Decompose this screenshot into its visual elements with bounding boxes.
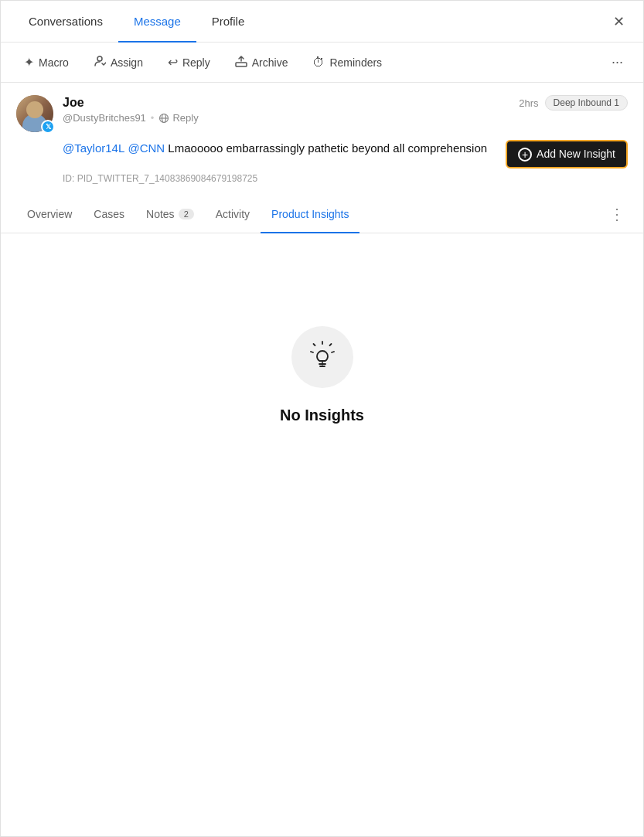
inbound-badge: Deep Inbound 1 — [545, 95, 628, 111]
tab-message[interactable]: Message — [118, 2, 196, 43]
reply-source: Reply — [172, 112, 198, 124]
sender-name: Joe — [63, 96, 84, 110]
message-text: Lmaooooo embarrassingly pathetic beyond … — [168, 141, 487, 155]
reply-label: Reply — [182, 56, 210, 69]
macro-button[interactable]: ✦ Macro — [13, 49, 80, 76]
toolbar: ✦ Macro Assign ↩ Reply Archive ⏱ Reminde… — [1, 43, 643, 83]
globe-icon — [158, 113, 169, 124]
tab-notes[interactable]: Notes 2 — [135, 197, 205, 233]
plus-icon: + — [518, 148, 532, 162]
tab-cases[interactable]: Cases — [83, 197, 135, 233]
reminders-icon: ⏱ — [312, 56, 325, 70]
svg-line-8 — [332, 352, 334, 352]
svg-line-6 — [329, 344, 331, 345]
archive-button[interactable]: Archive — [224, 49, 299, 77]
separator: • — [151, 112, 155, 124]
svg-rect-1 — [236, 63, 247, 66]
message-body: @Taylor14L @CNN Lmaooooo embarrassingly … — [16, 140, 628, 158]
tab-overview[interactable]: Overview — [16, 197, 83, 233]
archive-icon — [235, 55, 247, 70]
mention-taylor: @Taylor14L — [63, 141, 124, 155]
tab-bar: Conversations Message Profile ✕ — [1, 1, 643, 43]
tab-product-insights[interactable]: Product Insights — [261, 197, 359, 233]
message-card: 𝕏 Joe 2hrs Deep Inbound 1 @DustyBritches… — [1, 83, 643, 196]
assign-button[interactable]: Assign — [83, 49, 154, 77]
reply-icon: ↩ — [168, 55, 178, 70]
add-new-insight-button[interactable]: + Add New Insight — [506, 140, 628, 168]
empty-state: No Insights — [1, 233, 643, 471]
lightbulb-icon — [307, 340, 338, 374]
reminders-button[interactable]: ⏱ Reminders — [302, 49, 393, 76]
macro-icon: ✦ — [24, 55, 34, 70]
avatar-wrap: 𝕏 — [16, 95, 53, 132]
sender-handle: @DustyBritches91 — [63, 112, 146, 124]
time-badge-group: 2hrs Deep Inbound 1 — [519, 95, 628, 111]
more-options-button[interactable]: ··· — [604, 48, 631, 77]
add-insight-label: Add New Insight — [537, 146, 615, 162]
tab-profile[interactable]: Profile — [196, 2, 261, 43]
message-top-row: Joe 2hrs Deep Inbound 1 — [63, 95, 628, 111]
tab-activity[interactable]: Activity — [205, 197, 261, 233]
sub-tabs-more-button[interactable]: ⋮ — [606, 202, 628, 226]
reply-button[interactable]: ↩ Reply — [157, 49, 221, 76]
macro-label: Macro — [39, 56, 69, 69]
assign-label: Assign — [111, 56, 143, 69]
sub-tabs: Overview Cases Notes 2 Activity Product … — [1, 196, 643, 233]
svg-line-9 — [311, 352, 313, 352]
notes-count: 2 — [179, 209, 194, 219]
twitter-badge: 𝕏 — [41, 120, 55, 134]
notes-label: Notes — [146, 208, 175, 220]
message-header: 𝕏 Joe 2hrs Deep Inbound 1 @DustyBritches… — [16, 95, 628, 132]
tab-conversations[interactable]: Conversations — [13, 2, 118, 43]
archive-label: Archive — [252, 56, 288, 69]
empty-title: No Insights — [280, 407, 364, 424]
assign-icon — [94, 55, 106, 70]
reminders-label: Reminders — [329, 56, 382, 69]
svg-point-0 — [97, 56, 102, 61]
bulb-circle — [291, 326, 353, 388]
close-button[interactable]: ✕ — [607, 10, 631, 33]
sender-sub: @DustyBritches91 • Reply — [63, 112, 628, 124]
source-label: Reply — [158, 112, 198, 124]
svg-line-7 — [313, 344, 315, 345]
mention-cnn: @CNN — [128, 141, 165, 155]
message-time: 2hrs — [519, 97, 538, 109]
message-meta: Joe 2hrs Deep Inbound 1 @DustyBritches91… — [63, 95, 628, 124]
message-id: ID: PID_TWITTER_7_14083869084679198725 — [16, 173, 628, 196]
